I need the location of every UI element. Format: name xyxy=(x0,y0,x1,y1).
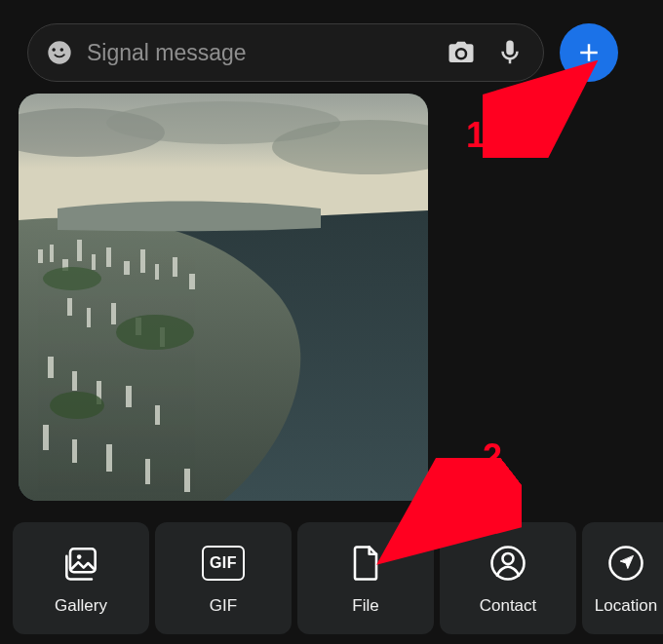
attachment-option-gallery[interactable]: Gallery xyxy=(13,522,149,634)
composer-bar: Signal message xyxy=(27,23,618,82)
svg-rect-9 xyxy=(106,247,111,267)
svg-rect-5 xyxy=(50,245,54,262)
attachment-option-location[interactable]: Location xyxy=(582,522,663,634)
attachment-option-gif[interactable]: GIF GIF xyxy=(155,522,292,634)
attachment-type-strip: Gallery GIF GIF File xyxy=(13,522,663,634)
image-attachment-thumbnail[interactable] xyxy=(19,94,428,501)
plus-icon xyxy=(574,38,604,67)
attachment-option-contact[interactable]: Contact xyxy=(440,522,576,634)
emoji-button[interactable] xyxy=(42,35,77,70)
svg-line-38 xyxy=(492,75,580,148)
svg-rect-8 xyxy=(92,254,96,270)
svg-point-34 xyxy=(77,554,82,559)
screen-root: Signal message xyxy=(0,0,663,644)
svg-rect-23 xyxy=(126,386,132,407)
gallery-icon xyxy=(59,542,102,585)
svg-rect-11 xyxy=(140,249,145,273)
voice-button[interactable] xyxy=(490,33,529,72)
camera-icon xyxy=(447,38,476,67)
attachment-label: Contact xyxy=(480,596,537,616)
annotation-number-1: 1 xyxy=(466,115,486,156)
svg-rect-16 xyxy=(87,308,91,327)
contact-icon xyxy=(487,542,529,585)
svg-rect-12 xyxy=(155,264,159,280)
svg-point-31 xyxy=(116,315,194,350)
svg-rect-4 xyxy=(38,249,43,263)
svg-point-32 xyxy=(50,392,104,419)
svg-rect-24 xyxy=(155,405,160,425)
svg-rect-15 xyxy=(67,298,72,316)
file-icon xyxy=(344,542,387,585)
camera-button[interactable] xyxy=(442,33,481,72)
svg-rect-25 xyxy=(43,425,49,450)
gif-icon: GIF xyxy=(202,542,245,585)
svg-rect-14 xyxy=(189,274,195,289)
thumbnail-image xyxy=(19,94,428,501)
svg-rect-33 xyxy=(70,549,96,572)
svg-rect-17 xyxy=(111,303,116,324)
microphone-icon xyxy=(495,38,525,67)
svg-rect-29 xyxy=(184,469,190,492)
svg-rect-10 xyxy=(124,261,130,275)
svg-point-30 xyxy=(43,267,101,290)
attachment-label: File xyxy=(352,596,378,616)
attachment-label: GIF xyxy=(210,596,237,616)
svg-rect-7 xyxy=(77,240,82,261)
location-icon xyxy=(604,542,647,585)
attachment-label: Location xyxy=(595,596,657,616)
add-attachment-button[interactable] xyxy=(560,23,618,82)
message-input-pill[interactable]: Signal message xyxy=(27,23,544,82)
svg-rect-28 xyxy=(145,459,150,484)
svg-rect-21 xyxy=(72,371,77,391)
svg-rect-20 xyxy=(48,357,54,378)
attachment-label: Gallery xyxy=(55,596,107,616)
smile-icon xyxy=(46,39,73,66)
annotation-number-2: 2 xyxy=(483,436,502,477)
svg-rect-27 xyxy=(106,444,112,472)
message-input-placeholder: Signal message xyxy=(87,40,432,66)
svg-rect-13 xyxy=(173,257,177,277)
attachment-option-file[interactable]: File xyxy=(297,522,434,634)
svg-point-36 xyxy=(503,552,514,563)
svg-rect-26 xyxy=(72,439,77,463)
